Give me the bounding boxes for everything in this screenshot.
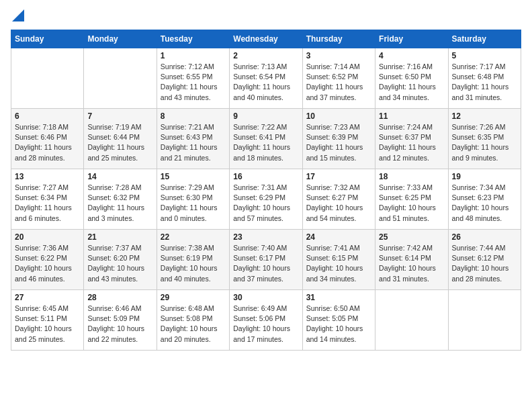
calendar-cell: 16Sunrise: 7:31 AMSunset: 6:29 PMDayligh…	[230, 169, 302, 230]
cell-info: Sunrise: 7:16 AMSunset: 6:50 PMDaylight:…	[379, 62, 436, 101]
day-number: 28	[87, 293, 152, 302]
day-number: 21	[87, 232, 152, 242]
cell-info: Sunrise: 7:32 AMSunset: 6:27 PMDaylight:…	[306, 183, 363, 222]
calendar-cell: 13Sunrise: 7:27 AMSunset: 6:34 PMDayligh…	[11, 169, 84, 230]
cell-info: Sunrise: 7:38 AMSunset: 6:19 PMDaylight:…	[161, 244, 218, 283]
calendar-cell: 3Sunrise: 7:14 AMSunset: 6:52 PMDaylight…	[302, 48, 375, 109]
calendar-header-row: SundayMondayTuesdayWednesdayThursdayFrid…	[11, 30, 521, 48]
cell-info: Sunrise: 7:28 AMSunset: 6:32 PMDaylight:…	[87, 183, 144, 222]
cell-info: Sunrise: 7:41 AMSunset: 6:15 PMDaylight:…	[306, 244, 363, 283]
cell-info: Sunrise: 7:26 AMSunset: 6:35 PMDaylight:…	[452, 123, 509, 162]
day-number: 25	[379, 232, 444, 242]
day-header-saturday: Saturday	[448, 30, 521, 48]
day-number: 26	[452, 232, 517, 242]
calendar-cell	[84, 48, 157, 109]
cell-info: Sunrise: 6:49 AMSunset: 5:06 PMDaylight:…	[233, 304, 290, 343]
cell-info: Sunrise: 6:45 AMSunset: 5:11 PMDaylight:…	[15, 304, 72, 343]
calendar-week-3: 13Sunrise: 7:27 AMSunset: 6:34 PMDayligh…	[11, 169, 521, 230]
day-number: 17	[306, 172, 371, 181]
cell-info: Sunrise: 7:29 AMSunset: 6:30 PMDaylight:…	[161, 183, 218, 222]
calendar-cell: 7Sunrise: 7:19 AMSunset: 6:44 PMDaylight…	[84, 109, 157, 169]
calendar-cell: 10Sunrise: 7:23 AMSunset: 6:39 PMDayligh…	[302, 109, 375, 169]
svg-marker-0	[12, 9, 24, 21]
calendar-cell: 12Sunrise: 7:26 AMSunset: 6:35 PMDayligh…	[448, 109, 521, 169]
cell-info: Sunrise: 7:22 AMSunset: 6:41 PMDaylight:…	[233, 123, 290, 162]
calendar-cell: 30Sunrise: 6:49 AMSunset: 5:06 PMDayligh…	[230, 290, 302, 351]
calendar-cell: 14Sunrise: 7:28 AMSunset: 6:32 PMDayligh…	[84, 169, 157, 230]
day-number: 14	[87, 172, 152, 181]
cell-info: Sunrise: 7:44 AMSunset: 6:12 PMDaylight:…	[452, 244, 509, 283]
cell-info: Sunrise: 7:13 AMSunset: 6:54 PMDaylight:…	[233, 62, 290, 101]
day-number: 15	[161, 172, 226, 181]
cell-info: Sunrise: 6:46 AMSunset: 5:09 PMDaylight:…	[87, 304, 144, 343]
day-number: 6	[15, 111, 80, 121]
cell-info: Sunrise: 7:18 AMSunset: 6:46 PMDaylight:…	[15, 123, 72, 162]
cell-info: Sunrise: 7:19 AMSunset: 6:44 PMDaylight:…	[87, 123, 144, 162]
calendar-week-5: 27Sunrise: 6:45 AMSunset: 5:11 PMDayligh…	[11, 290, 521, 351]
calendar-cell: 19Sunrise: 7:34 AMSunset: 6:23 PMDayligh…	[448, 169, 521, 230]
calendar-cell: 25Sunrise: 7:42 AMSunset: 6:14 PMDayligh…	[375, 230, 448, 290]
day-header-tuesday: Tuesday	[157, 30, 229, 48]
day-number: 29	[161, 293, 226, 302]
cell-info: Sunrise: 7:42 AMSunset: 6:14 PMDaylight:…	[379, 244, 436, 283]
calendar-cell: 1Sunrise: 7:12 AMSunset: 6:55 PMDaylight…	[157, 48, 229, 109]
cell-info: Sunrise: 6:50 AMSunset: 5:05 PMDaylight:…	[306, 304, 363, 343]
day-header-thursday: Thursday	[302, 30, 375, 48]
cell-info: Sunrise: 7:23 AMSunset: 6:39 PMDaylight:…	[306, 123, 363, 162]
cell-info: Sunrise: 7:17 AMSunset: 6:48 PMDaylight:…	[452, 62, 509, 101]
calendar-cell: 22Sunrise: 7:38 AMSunset: 6:19 PMDayligh…	[157, 230, 229, 290]
day-number: 2	[233, 51, 298, 60]
day-number: 18	[379, 172, 444, 181]
day-number: 9	[233, 111, 298, 121]
page-header	[11, 11, 521, 21]
day-number: 5	[452, 51, 517, 60]
day-number: 31	[306, 293, 371, 302]
cell-info: Sunrise: 7:37 AMSunset: 6:20 PMDaylight:…	[87, 244, 144, 283]
day-number: 1	[161, 51, 226, 60]
calendar-cell: 11Sunrise: 7:24 AMSunset: 6:37 PMDayligh…	[375, 109, 448, 169]
calendar-cell: 5Sunrise: 7:17 AMSunset: 6:48 PMDaylight…	[448, 48, 521, 109]
cell-info: Sunrise: 7:33 AMSunset: 6:25 PMDaylight:…	[379, 183, 436, 222]
calendar-cell: 23Sunrise: 7:40 AMSunset: 6:17 PMDayligh…	[230, 230, 302, 290]
calendar-cell: 26Sunrise: 7:44 AMSunset: 6:12 PMDayligh…	[448, 230, 521, 290]
cell-info: Sunrise: 7:31 AMSunset: 6:29 PMDaylight:…	[233, 183, 290, 222]
calendar-cell: 20Sunrise: 7:36 AMSunset: 6:22 PMDayligh…	[11, 230, 84, 290]
calendar-cell: 18Sunrise: 7:33 AMSunset: 6:25 PMDayligh…	[375, 169, 448, 230]
cell-info: Sunrise: 6:48 AMSunset: 5:08 PMDaylight:…	[161, 304, 218, 343]
day-number: 7	[87, 111, 152, 121]
day-number: 24	[306, 232, 371, 242]
cell-info: Sunrise: 7:34 AMSunset: 6:23 PMDaylight:…	[452, 183, 509, 222]
calendar-cell: 15Sunrise: 7:29 AMSunset: 6:30 PMDayligh…	[157, 169, 229, 230]
day-number: 8	[161, 111, 226, 121]
day-number: 4	[379, 51, 444, 60]
day-number: 19	[452, 172, 517, 181]
calendar-cell: 24Sunrise: 7:41 AMSunset: 6:15 PMDayligh…	[302, 230, 375, 290]
calendar-cell: 28Sunrise: 6:46 AMSunset: 5:09 PMDayligh…	[84, 290, 157, 351]
calendar-cell: 8Sunrise: 7:21 AMSunset: 6:43 PMDaylight…	[157, 109, 229, 169]
day-number: 11	[379, 111, 444, 121]
day-number: 13	[15, 172, 80, 181]
cell-info: Sunrise: 7:21 AMSunset: 6:43 PMDaylight:…	[161, 123, 218, 162]
calendar-cell	[375, 290, 448, 351]
calendar-cell	[11, 48, 84, 109]
day-number: 30	[233, 293, 298, 302]
day-number: 22	[161, 232, 226, 242]
calendar-week-2: 6Sunrise: 7:18 AMSunset: 6:46 PMDaylight…	[11, 109, 521, 169]
day-number: 3	[306, 51, 371, 60]
calendar-cell: 4Sunrise: 7:16 AMSunset: 6:50 PMDaylight…	[375, 48, 448, 109]
calendar-week-1: 1Sunrise: 7:12 AMSunset: 6:55 PMDaylight…	[11, 48, 521, 109]
day-number: 23	[233, 232, 298, 242]
calendar-cell: 9Sunrise: 7:22 AMSunset: 6:41 PMDaylight…	[230, 109, 302, 169]
calendar-cell: 6Sunrise: 7:18 AMSunset: 6:46 PMDaylight…	[11, 109, 84, 169]
day-header-friday: Friday	[375, 30, 448, 48]
calendar-cell: 2Sunrise: 7:13 AMSunset: 6:54 PMDaylight…	[230, 48, 302, 109]
day-number: 16	[233, 172, 298, 181]
calendar-week-4: 20Sunrise: 7:36 AMSunset: 6:22 PMDayligh…	[11, 230, 521, 290]
logo-triangle-icon	[12, 9, 24, 21]
calendar-cell: 17Sunrise: 7:32 AMSunset: 6:27 PMDayligh…	[302, 169, 375, 230]
logo	[11, 11, 24, 21]
day-header-wednesday: Wednesday	[230, 30, 302, 48]
calendar-cell: 21Sunrise: 7:37 AMSunset: 6:20 PMDayligh…	[84, 230, 157, 290]
cell-info: Sunrise: 7:40 AMSunset: 6:17 PMDaylight:…	[233, 244, 290, 283]
calendar-cell: 27Sunrise: 6:45 AMSunset: 5:11 PMDayligh…	[11, 290, 84, 351]
